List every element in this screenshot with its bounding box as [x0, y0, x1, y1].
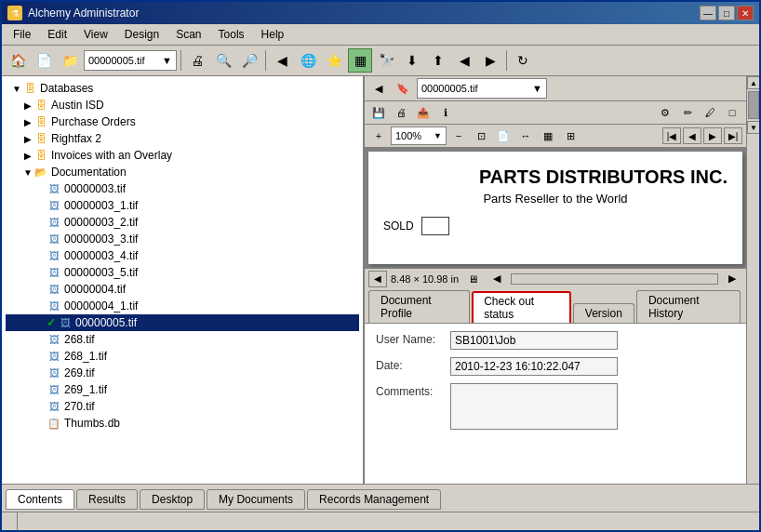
- scroll-right-btn[interactable]: ▶: [722, 270, 742, 288]
- viewer-shape-btn[interactable]: □: [722, 103, 742, 122]
- scroll-thumb[interactable]: [748, 91, 759, 119]
- page-prev-btn[interactable]: ◀: [683, 127, 701, 144]
- app-icon: ⚗: [7, 6, 22, 20]
- toolbar-down-btn[interactable]: ⬇: [400, 48, 424, 73]
- viewer-save-btn[interactable]: 💾: [368, 103, 389, 122]
- tab-version[interactable]: Version: [573, 303, 634, 323]
- tab-document-history[interactable]: Document History: [636, 290, 741, 323]
- menu-tools[interactable]: Tools: [211, 26, 252, 43]
- tree-item-00000005[interactable]: ✓ 🖼 00000005.tif: [6, 314, 359, 331]
- tree-item-austin-isd[interactable]: ▶ 🗄 Austin ISD: [6, 97, 359, 113]
- title-bar: ⚗ Alchemy Administrator — □ ✕: [2, 2, 759, 24]
- tree-item-purchase-orders[interactable]: ▶ 🗄 Purchase Orders: [6, 113, 359, 130]
- maximize-button[interactable]: □: [718, 6, 735, 20]
- bottom-tab-my-documents[interactable]: My Documents: [207, 489, 305, 510]
- toolbar-binoculars-btn[interactable]: 🔭: [374, 48, 398, 73]
- view-page-btn[interactable]: 📄: [493, 126, 514, 145]
- comments-textarea[interactable]: [450, 383, 618, 430]
- toolbar-doc-btn[interactable]: 📄: [32, 48, 56, 73]
- check-icon: ✓: [47, 316, 56, 329]
- scroll-down-btn[interactable]: ▼: [747, 121, 759, 134]
- scroll-left-btn[interactable]: ◀: [487, 270, 507, 288]
- viewer-info-btn[interactable]: ℹ: [435, 103, 456, 122]
- tree-root-databases[interactable]: ▼ 🗄 Databases: [6, 80, 359, 97]
- tab-document-profile[interactable]: Document Profile: [368, 290, 470, 323]
- file-icon: 🖼: [47, 199, 61, 212]
- view-thumb-btn[interactable]: ▦: [538, 126, 558, 145]
- scroll-up-btn[interactable]: ▲: [747, 76, 759, 89]
- status-prev-btn[interactable]: ◀: [368, 271, 387, 287]
- expand-icon: ▶: [22, 100, 33, 111]
- close-button[interactable]: ✕: [737, 6, 754, 20]
- menu-edit[interactable]: Edit: [40, 26, 74, 43]
- bottom-tab-desktop[interactable]: Desktop: [140, 489, 205, 510]
- tree-item-00000003_3[interactable]: 🖼 00000003_3.tif: [6, 231, 359, 247]
- toolbar-up-btn[interactable]: ⬆: [426, 48, 450, 73]
- menu-scan[interactable]: Scan: [168, 26, 208, 43]
- viewer-nav-left-btn[interactable]: ◀: [368, 79, 389, 98]
- menu-design[interactable]: Design: [117, 26, 167, 43]
- date-input[interactable]: [450, 357, 618, 376]
- minimize-button[interactable]: —: [700, 6, 716, 20]
- db-icon: 🗄: [33, 132, 48, 145]
- toolbar-prev-btn[interactable]: ◀: [452, 48, 476, 73]
- horizontal-scrollbar[interactable]: [511, 273, 718, 285]
- toolbar-file-dropdown[interactable]: 00000005.tif ▼: [84, 50, 177, 71]
- user-name-input[interactable]: [450, 331, 618, 350]
- toolbar-refresh-btn[interactable]: ↻: [511, 48, 535, 73]
- menu-view[interactable]: View: [76, 26, 115, 43]
- bottom-tab-results[interactable]: Results: [76, 489, 138, 510]
- zoom-out-btn[interactable]: −: [448, 126, 469, 145]
- tree-item-270[interactable]: 🖼 270.tif: [6, 398, 359, 415]
- viewer-pencil-btn[interactable]: ✏: [677, 103, 698, 122]
- zoom-in-btn[interactable]: +: [368, 126, 389, 145]
- tree-item-00000003_1[interactable]: 🖼 00000003_1.tif: [6, 197, 359, 214]
- viewer-file-dropdown[interactable]: 00000005.tif ▼: [417, 78, 547, 99]
- tree-label: 269_1.tif: [64, 383, 107, 396]
- file-icon: 🖼: [47, 283, 61, 296]
- tree-item-268_1[interactable]: 🖼 268_1.tif: [6, 348, 359, 365]
- viewer-settings-btn[interactable]: ⚙: [655, 103, 675, 122]
- menu-help[interactable]: Help: [254, 26, 292, 43]
- menu-file[interactable]: File: [6, 26, 38, 43]
- tree-item-269_1[interactable]: 🖼 269_1.tif: [6, 381, 359, 398]
- tree-item-thumbs[interactable]: 📋 Thumbs.db: [6, 415, 359, 432]
- tree-item-00000003_2[interactable]: 🖼 00000003_2.tif: [6, 214, 359, 231]
- page-first-btn[interactable]: |◀: [662, 127, 681, 144]
- tree-item-00000004_1[interactable]: 🖼 00000004_1.tif: [6, 298, 359, 314]
- bottom-tab-contents[interactable]: Contents: [6, 489, 74, 510]
- tree-item-00000003_4[interactable]: 🖼 00000003_4.tif: [6, 247, 359, 264]
- toolbar-back-btn[interactable]: ◀: [270, 48, 294, 73]
- tree-item-invoices[interactable]: ▶ 🗄 Invoices with an Overlay: [6, 147, 359, 164]
- tree-item-00000003[interactable]: 🖼 00000003.tif: [6, 180, 359, 197]
- viewer-highlight-btn[interactable]: 🖊: [700, 103, 720, 122]
- tree-item-269[interactable]: 🖼 269.tif: [6, 365, 359, 381]
- toolbar-home-btn[interactable]: 🏠: [6, 48, 30, 73]
- viewer-nav-icon[interactable]: 🔖: [393, 79, 413, 98]
- file-icon: 🖼: [47, 383, 61, 396]
- tree-item-00000004[interactable]: 🖼 00000004.tif: [6, 281, 359, 298]
- view-grid-btn[interactable]: ⊞: [560, 126, 581, 145]
- viewer-send-btn[interactable]: 📤: [413, 103, 434, 122]
- page-last-btn[interactable]: ▶|: [724, 127, 742, 144]
- bottom-tab-records-management[interactable]: Records Management: [307, 489, 441, 510]
- toolbar-next-btn[interactable]: ▶: [478, 48, 502, 73]
- zoom-dropdown[interactable]: 100% ▼: [391, 126, 447, 145]
- tree-label: 00000003_3.tif: [64, 233, 138, 246]
- view-fit-btn[interactable]: ⊡: [471, 126, 491, 145]
- toolbar-scan-btn[interactable]: ▦: [348, 48, 372, 73]
- toolbar-zoom-btn[interactable]: 🔎: [237, 48, 261, 73]
- tree-item-rightfax[interactable]: ▶ 🗄 Rightfax 2: [6, 130, 359, 147]
- toolbar-search-btn[interactable]: 🔍: [211, 48, 235, 73]
- tree-item-documentation[interactable]: ▼ 📂 Documentation: [6, 164, 359, 180]
- tree-item-268[interactable]: 🖼 268.tif: [6, 331, 359, 348]
- tree-item-00000003_5[interactable]: 🖼 00000003_5.tif: [6, 264, 359, 281]
- toolbar-folder-btn[interactable]: 📁: [58, 48, 82, 73]
- viewer-print-btn[interactable]: 🖨: [391, 103, 411, 122]
- page-next-btn[interactable]: ▶: [703, 127, 722, 144]
- toolbar-star-btn[interactable]: ⭐: [322, 48, 346, 73]
- toolbar-globe-btn[interactable]: 🌐: [296, 48, 320, 73]
- tab-checkout-status[interactable]: Check out status: [472, 291, 571, 323]
- view-width-btn[interactable]: ↔: [515, 126, 536, 145]
- toolbar-print-btn[interactable]: 🖨: [185, 48, 209, 73]
